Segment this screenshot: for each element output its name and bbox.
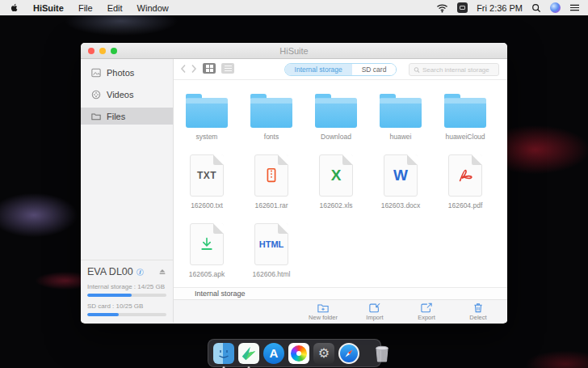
dock-appstore[interactable]: A [263, 343, 284, 364]
internal-storage-label: Internal storage : 14/25 GB [87, 283, 166, 290]
search-box[interactable] [409, 63, 499, 76]
file-grid: system fonts Download huawei [174, 80, 507, 287]
folder-icon [186, 98, 228, 128]
menubar-clock[interactable]: Fri 2:36 PM [477, 3, 523, 13]
close-button[interactable] [88, 48, 94, 54]
dock-finder[interactable] [213, 343, 234, 364]
file-item-txt[interactable]: TXT 162600.txt [174, 152, 239, 209]
zoom-button[interactable] [111, 48, 117, 54]
dock-system-preferences[interactable]: ⚙ [313, 343, 334, 364]
apk-file-icon [190, 223, 224, 265]
sidebar: Photos Videos Files EVA DL00 i [81, 59, 174, 323]
new-folder-icon [317, 302, 329, 313]
html-file-icon: HTML [254, 223, 288, 265]
wifi-icon[interactable] [436, 3, 448, 13]
tab-sd-card[interactable]: SD card [352, 64, 397, 75]
trash-icon [372, 343, 392, 364]
new-folder-button[interactable]: New folder [305, 302, 341, 321]
appstore-a-icon: A [270, 346, 279, 360]
folder-item-fonts[interactable]: fonts [239, 88, 304, 141]
sidebar-item-files[interactable]: Files [81, 108, 173, 125]
docx-mark: W [393, 167, 408, 184]
sd-card-fill [87, 313, 119, 316]
hisuite-bird-icon [240, 345, 258, 362]
file-label: 162601.rar [254, 201, 288, 209]
spotlight-icon[interactable] [531, 3, 541, 13]
file-label: 162605.apk [189, 270, 225, 278]
sidebar-item-videos[interactable]: Videos [81, 86, 173, 103]
folder-item-huaweicloud[interactable]: huaweiCloud [433, 88, 498, 141]
file-item-docx[interactable]: W 162603.docx [368, 152, 433, 209]
notification-center-icon[interactable] [569, 3, 580, 12]
file-item-apk[interactable]: 162605.apk [174, 221, 239, 278]
export-button[interactable]: Export [409, 302, 444, 321]
forward-button[interactable] [191, 64, 197, 74]
file-label: 162606.html [253, 270, 291, 278]
siri-icon[interactable] [550, 2, 561, 13]
menu-edit[interactable]: Edit [107, 3, 123, 13]
grid-view-button[interactable] [203, 63, 216, 74]
sidebar-item-photos[interactable]: Photos [81, 64, 173, 81]
compass-needle-icon [342, 347, 355, 360]
storage-tabs: Internal storage SD card [284, 63, 397, 76]
export-icon [421, 302, 432, 313]
menubar-app-name[interactable]: HiSuite [33, 3, 64, 13]
xls-mark: X [331, 167, 342, 184]
window-titlebar[interactable]: HiSuite [81, 43, 507, 59]
action-label: New folder [309, 314, 338, 321]
current-path: Internal storage [195, 290, 246, 298]
eject-icon[interactable] [158, 268, 166, 276]
delete-button[interactable]: Delect [460, 302, 496, 321]
files-icon [91, 112, 101, 121]
dock-photos[interactable] [288, 343, 309, 364]
search-icon [414, 66, 420, 74]
download-glyph [198, 235, 216, 253]
file-item-html[interactable]: HTML 162606.html [239, 221, 304, 278]
list-view-button[interactable] [221, 63, 234, 74]
photos-icon [91, 68, 101, 78]
device-info-icon[interactable]: i [136, 269, 144, 276]
file-item-xls[interactable]: X 162602.xls [304, 152, 368, 209]
file-item-pdf[interactable]: 162604.pdf [433, 152, 498, 209]
videos-icon [91, 90, 101, 99]
dock-hisuite[interactable] [238, 343, 259, 364]
folder-icon [380, 98, 422, 128]
list-view-icon [225, 64, 232, 73]
device-name: EVA DL00 [87, 266, 133, 277]
file-label: 162602.xls [319, 201, 352, 209]
back-button[interactable] [180, 64, 187, 74]
menu-window[interactable]: Window [137, 3, 169, 13]
search-input[interactable] [422, 66, 494, 74]
folder-item-download[interactable]: Download [304, 88, 368, 141]
html-mark: HTML [259, 239, 284, 249]
txt-mark: TXT [197, 170, 216, 181]
docx-file-icon: W [384, 154, 418, 197]
pdf-file-icon [448, 154, 482, 197]
minimize-button[interactable] [99, 48, 106, 54]
hisuite-window: HiSuite Photos Videos Files [81, 43, 507, 324]
file-item-rar[interactable]: 162601.rar [239, 152, 304, 209]
folder-label: system [196, 133, 218, 141]
acrobat-glyph [456, 167, 474, 184]
action-label: Import [366, 314, 383, 321]
dock-trash[interactable] [372, 343, 392, 364]
tab-internal-storage[interactable]: Internal storage [285, 64, 352, 75]
import-icon [369, 302, 380, 313]
folder-item-huawei[interactable]: huawei [368, 88, 433, 141]
sd-card-label: SD card : 10/25 GB [87, 302, 166, 310]
dock-safari[interactable] [338, 343, 359, 364]
file-label: 162604.pdf [448, 201, 483, 209]
apple-menu-icon[interactable] [10, 2, 19, 13]
folder-item-system[interactable]: system [174, 88, 239, 141]
action-label: Delect [469, 314, 486, 321]
sidebar-item-label: Videos [107, 90, 133, 99]
toolbar: Internal storage SD card [174, 59, 507, 80]
import-button[interactable]: Import [357, 302, 393, 321]
menubar-app-icon[interactable] [457, 2, 468, 13]
finder-face-icon [216, 345, 232, 362]
menu-file[interactable]: File [78, 3, 93, 13]
xls-file-icon: X [319, 154, 353, 197]
window-title: HiSuite [279, 46, 308, 56]
folder-label: huawei [390, 133, 412, 141]
folder-label: Download [321, 133, 351, 141]
